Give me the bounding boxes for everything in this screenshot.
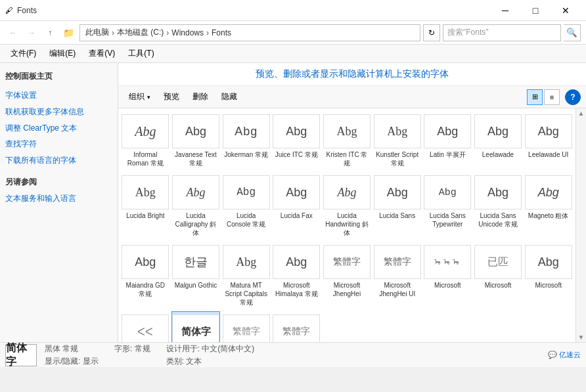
font-item[interactable]: AbgLatin 半展开 <box>423 111 472 171</box>
font-preview: 已匹 <box>474 245 522 279</box>
font-name: Matura MT Script Capitals 常规 <box>223 281 269 307</box>
sidebar-link-font-settings[interactable]: 字体设置 <box>5 90 112 101</box>
scrollbar[interactable]: ▲ ▼ <box>575 108 586 342</box>
hide-button[interactable]: 隐藏 <box>216 89 242 105</box>
font-item[interactable]: ᐸᐸMicrosoft <box>121 311 170 342</box>
sidebar-link-find-char[interactable]: 查找字符 <box>5 139 112 150</box>
path-computer: 此电脑 <box>85 27 109 38</box>
font-item[interactable]: 简体字Microsoft <box>171 311 221 342</box>
font-item[interactable]: AbgLeelawade <box>474 111 523 171</box>
font-item[interactable]: AbgLucida Bright <box>121 172 170 240</box>
font-preview: Abg <box>122 245 169 279</box>
font-name: Lucida Sans Typewriter <box>425 211 470 229</box>
sidebar-link-text-services[interactable]: 文本服务和输入语言 <box>5 193 112 204</box>
font-name: Lucida Sans Unicode 常规 <box>476 211 521 229</box>
font-item[interactable]: AbgMaiandra GD 常规 <box>121 242 170 310</box>
font-name: Maiandra GD 常规 <box>123 281 168 298</box>
font-item[interactable]: 繁體字Microsoft JhengHei <box>323 242 372 310</box>
app-icon: 🖋 <box>5 6 13 15</box>
main-layout: 控制面板主页 字体设置 联机获取更多字体信息 调整 ClearType 文本 查… <box>0 63 586 342</box>
font-preview: Abg <box>273 114 320 148</box>
font-preview: Abg <box>323 175 371 209</box>
organize-button[interactable]: 组织 ▾ <box>124 89 156 105</box>
preview-button[interactable]: 预览 <box>158 89 185 105</box>
delete-button[interactable]: 删除 <box>187 89 214 105</box>
font-item[interactable]: AbgJuice ITC 常规 <box>272 111 321 171</box>
search-placeholder: 搜索"Fonts" <box>447 27 489 38</box>
search-box[interactable]: 搜索"Fonts" <box>443 24 561 41</box>
font-name: Javanese Text 常规 <box>173 150 219 167</box>
font-item[interactable]: 已匹Microsoft <box>474 242 523 310</box>
font-item[interactable]: 한글Malgun Gothic <box>171 242 221 310</box>
font-preview: Abg <box>122 175 169 209</box>
font-item[interactable]: AbgLucida Console 常规 <box>221 172 271 240</box>
sidebar-link-download[interactable]: 下载所有语言的字体 <box>5 155 112 166</box>
menu-view[interactable]: 查看(V) <box>83 45 120 62</box>
font-name: Juice ITC 常规 <box>275 150 318 159</box>
font-preview: Abg <box>424 175 471 209</box>
menu-tools[interactable]: 工具(T) <box>123 45 159 62</box>
refresh-button[interactable]: ↻ <box>423 24 440 41</box>
font-name: Informal Roman 常规 <box>123 150 168 167</box>
font-item[interactable]: AbgLeelawade UI <box>524 111 573 171</box>
font-preview: Abg <box>323 114 371 148</box>
font-preview: Abg <box>474 114 522 148</box>
menu-edit[interactable]: 编辑(E) <box>44 45 81 62</box>
font-item[interactable]: AbgMatura MT Script Capitals 常规 <box>221 242 271 310</box>
menu-file[interactable]: 文件(F) <box>5 45 41 62</box>
font-name: Microsoft <box>434 281 461 290</box>
font-item[interactable]: AbgLucida Calligraphy 斜体 <box>171 172 221 240</box>
font-item[interactable]: AbgMicrosoft <box>524 242 573 310</box>
folder-icon: 📁 <box>63 28 74 38</box>
content-toolbar: 组织 ▾ 预览 删除 隐藏 ⊞ ≡ ? <box>118 86 586 108</box>
font-name: Lucida Bright <box>126 211 164 220</box>
font-item[interactable]: 繁體字Microsoft JhengHei UI <box>372 242 422 310</box>
sidebar-title: 控制面板主页 <box>5 71 112 82</box>
font-preview: ᐸᐸ <box>122 315 169 342</box>
font-item[interactable]: AbgLucida Sans <box>372 172 422 240</box>
minimize-button[interactable]: ─ <box>490 0 520 21</box>
sidebar-link-more-fonts[interactable]: 联机获取更多字体信息 <box>5 106 112 118</box>
font-item[interactable]: AbgLucida Sans Typewriter <box>423 172 472 240</box>
status-col-font: 黑体 常规 显示/隐藏: 显示 <box>45 343 99 367</box>
font-item[interactable]: AbgJavanese Text 常规 <box>171 111 221 171</box>
font-item[interactable]: AbgKunstler Script 常规 <box>372 111 422 171</box>
font-name: Lucida Sans <box>379 211 415 220</box>
font-item[interactable]: AbgJokerman 常规 <box>221 111 271 171</box>
sidebar-link-cleartype[interactable]: 调整 ClearType 文本 <box>5 123 112 134</box>
font-name: Kristen ITC 常规 <box>325 150 370 167</box>
address-path[interactable]: 此电脑 › 本地磁盘 (C:) › Windows › Fonts <box>79 24 420 41</box>
help-button[interactable]: ? <box>565 89 581 105</box>
font-name: Leelawade UI <box>528 150 568 159</box>
font-item[interactable]: AbgKristen ITC 常规 <box>323 111 372 171</box>
forward-button[interactable]: → <box>24 25 39 41</box>
grid-view-button[interactable]: ⊞ <box>527 89 543 105</box>
menu-bar: 文件(F) 编辑(E) 查看(V) 工具(T) <box>0 45 586 63</box>
back-button[interactable]: ← <box>5 25 21 41</box>
font-preview: Abg <box>223 245 270 279</box>
title-bar: 🖋 Fonts ─ □ ✕ <box>0 0 586 21</box>
maximize-button[interactable]: □ <box>520 0 551 21</box>
font-item[interactable]: 繁體字Microsoft <box>221 311 271 342</box>
font-item[interactable]: AbgLucida Fax <box>272 172 321 240</box>
font-item[interactable]: AbgMagneto 粗体 <box>524 172 573 240</box>
font-item[interactable]: ᠣᠣᠣMicrosoft <box>423 242 472 310</box>
font-name: Lucida Calligraphy 斜体 <box>173 211 219 237</box>
path-fonts: Fonts <box>212 28 231 37</box>
list-view-button[interactable]: ≡ <box>544 89 560 105</box>
font-preview: 繁體字 <box>273 315 320 342</box>
font-grid: AbgInformal Roman 常规AbgJavanese Text 常规A… <box>118 108 575 342</box>
up-button[interactable]: ↑ <box>42 25 58 41</box>
font-item[interactable]: AbgInformal Roman 常规 <box>121 111 170 171</box>
font-preview: Abg <box>273 175 320 209</box>
search-button[interactable]: 🔍 <box>564 24 581 41</box>
font-preview: Abg <box>172 114 219 148</box>
font-item[interactable]: AbgLucida Handwriting 斜体 <box>323 172 372 240</box>
title-bar-title: Fonts <box>17 6 490 15</box>
font-preview: 한글 <box>172 245 219 279</box>
font-item[interactable]: AbgLucida Sans Unicode 常规 <box>474 172 523 240</box>
font-item[interactable]: AbgMicrosoft Himalaya 常规 <box>272 242 321 310</box>
font-item[interactable]: 繁體字MingLiU <box>272 311 321 342</box>
close-button[interactable]: ✕ <box>551 0 581 21</box>
content-header: 预览、删除或者显示和隐藏计算机上安装的字体 <box>118 63 586 86</box>
